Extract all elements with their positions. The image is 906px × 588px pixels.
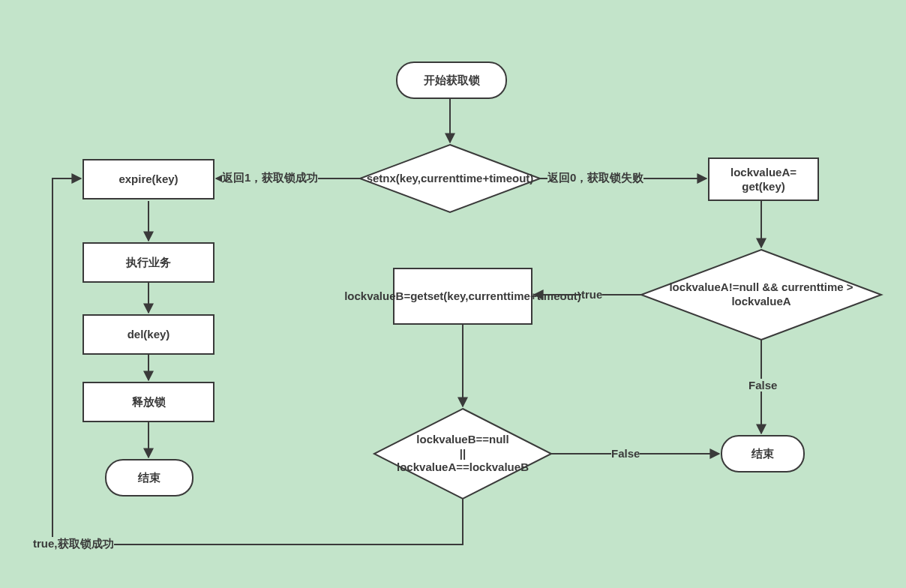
end-right-node: 结束: [721, 435, 805, 472]
expire-label: expire(key): [118, 172, 178, 187]
release-label: 释放锁: [132, 394, 166, 410]
edge-false1: False: [748, 379, 777, 392]
conda-label: lockvalueA!=null && currenttime > lockva…: [660, 280, 862, 309]
setnx-node: setnx(key,currenttime+timeout): [375, 164, 525, 194]
edge-ret1: 返回1，获取锁成功: [222, 171, 318, 185]
condb-node: lockvalueB==null || lockvalueA==lockvalu…: [390, 428, 536, 480]
edge-false2: False: [611, 447, 640, 460]
end-left-label: 结束: [138, 470, 160, 485]
setnx-label: setnx(key,currenttime+timeout): [367, 172, 534, 186]
start-node: 开始获取锁: [396, 62, 507, 99]
condb-label: lockvalueB==null || lockvalueA==lockvalu…: [397, 433, 529, 475]
del-label: del(key): [128, 327, 170, 342]
getset-node: lockvalueB=getset(key,currenttime+timeou…: [393, 268, 532, 325]
end-left-node: 结束: [105, 459, 194, 496]
geta-label: lockvalueA= get(key): [730, 165, 796, 194]
expire-node: expire(key): [82, 159, 214, 200]
edge-true1: true: [581, 288, 602, 301]
conda-node: lockvalueA!=null && currenttime > lockva…: [660, 278, 862, 312]
release-node: 释放锁: [82, 382, 214, 422]
business-node: 执行业务: [82, 242, 214, 283]
start-label: 开始获取锁: [424, 73, 480, 88]
edge-true2: true,获取锁成功: [33, 537, 114, 551]
end-right-label: 结束: [752, 446, 774, 461]
geta-node: lockvalueA= get(key): [708, 158, 819, 201]
business-label: 执行业务: [126, 255, 171, 270]
edge-ret0: 返回0，获取锁失败: [548, 171, 644, 185]
getset-label: lockvalueB=getset(key,currenttime+timeou…: [344, 289, 581, 304]
del-node: del(key): [82, 314, 214, 355]
